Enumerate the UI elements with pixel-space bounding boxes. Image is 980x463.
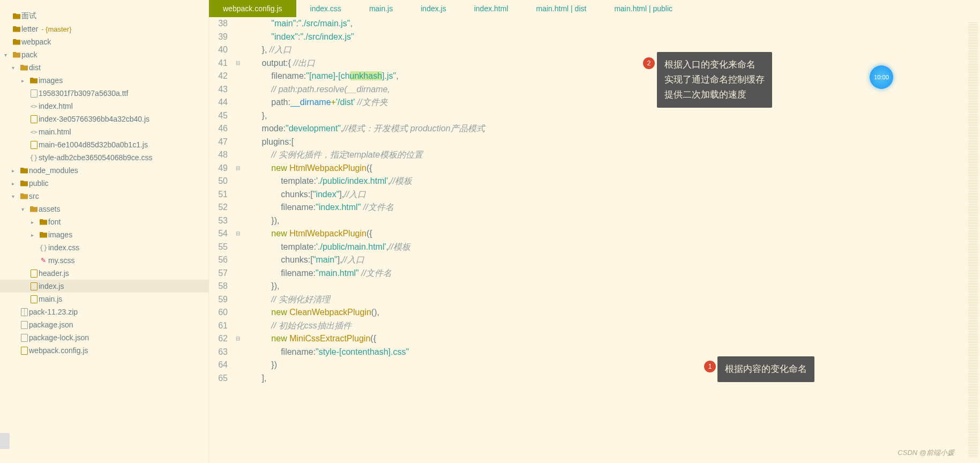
tree-item-label: webpack.config.js: [29, 346, 88, 355]
code-content[interactable]: "main":"./src/main.js", "index":"./src/i…: [243, 17, 980, 463]
file-icon: [29, 141, 39, 149]
file-icon: [19, 334, 29, 342]
annotation-badge-2: 2: [643, 57, 655, 69]
folder-icon: [39, 219, 48, 225]
file-explorer-sidebar[interactable]: 面试letter- {master}webpack▾pack▾dist▸imag…: [0, 0, 209, 463]
tree-item-label: main.js: [39, 295, 62, 303]
minimap[interactable]: [965, 17, 980, 463]
folder-icon: [29, 206, 39, 212]
tree-item-label: my.scss: [48, 256, 75, 265]
git-branch-label: - {master}: [41, 25, 71, 33]
tree-item[interactable]: index.html: [0, 100, 208, 113]
tree-item[interactable]: ▸font: [0, 215, 208, 228]
tree-item[interactable]: index-3e05766396bb4a32cb40.js: [0, 113, 208, 125]
tree-item-label: pack-11.23.zip: [29, 308, 78, 316]
file-icon: [19, 321, 29, 329]
file-icon: [29, 270, 39, 278]
file-icon: [29, 89, 39, 98]
tree-item-label: src: [29, 192, 39, 200]
tree-item[interactable]: 1958301f7b3097a5630a.ttf: [0, 87, 208, 100]
chevron-icon: ▸: [31, 232, 39, 238]
fold-gutter[interactable]: ⊟⊟⊟⊟: [233, 17, 243, 463]
folder-icon: [39, 232, 48, 238]
chevron-icon: ▸: [12, 181, 19, 186]
tree-item[interactable]: index.css: [0, 241, 208, 254]
editor-tab[interactable]: main.js: [355, 0, 407, 17]
tree-item-label: dist: [29, 63, 41, 72]
tree-item[interactable]: pack-11.23.zip: [0, 305, 208, 318]
tree-item[interactable]: ▾dist: [0, 61, 208, 74]
tree-item-label: package.json: [29, 320, 73, 329]
file-icon: [39, 244, 48, 252]
chevron-icon: ▸: [31, 219, 39, 225]
tree-item[interactable]: package.json: [0, 318, 208, 331]
folder-icon: [12, 39, 21, 45]
tree-item[interactable]: 面试: [0, 10, 208, 23]
editor-tab[interactable]: index.css: [296, 0, 355, 17]
tree-item-label: node_modules: [29, 166, 78, 175]
editor-tab[interactable]: index.js: [407, 0, 460, 17]
tree-item-label: header.js: [39, 269, 69, 278]
tree-item-label: style-adb2cbe365054068b9ce.css: [39, 153, 153, 162]
tree-item-label: index-3e05766396bb4a32cb40.js: [39, 115, 149, 123]
tree-item-label: package-lock.json: [29, 333, 89, 342]
folder-icon: [12, 26, 21, 32]
file-icon: [29, 115, 39, 123]
tree-item[interactable]: ▾src: [0, 190, 208, 203]
tree-item-label: public: [29, 179, 49, 188]
tree-item-label: font: [48, 218, 61, 226]
tree-item[interactable]: index.js: [0, 280, 208, 293]
folder-icon: [19, 168, 29, 174]
file-icon: [19, 347, 29, 355]
editor-tab[interactable]: main.html | public: [600, 0, 686, 17]
tree-item-label: pack: [21, 50, 38, 59]
annotation-badge-1: 1: [704, 361, 716, 372]
file-icon: [39, 257, 48, 264]
tree-item-label: main-6e1004d85d32b0a0b1c1.js: [39, 140, 148, 149]
chevron-icon: ▾: [12, 65, 19, 71]
tree-item[interactable]: package-lock.json: [0, 331, 208, 344]
tree-item-label: webpack: [21, 38, 51, 46]
annotation-tooltip-2: 根据入口的变化来命名 实现了通过命名控制缓存 提供二次加载的速度: [657, 52, 772, 108]
editor-tab[interactable]: main.html | dist: [522, 0, 601, 17]
file-icon: [29, 129, 39, 136]
tree-item-label: 1958301f7b3097a5630a.ttf: [39, 89, 128, 98]
file-icon: [29, 295, 39, 303]
chevron-icon: ▾: [4, 52, 12, 58]
tree-item[interactable]: ▸images: [0, 74, 208, 87]
folder-icon: [12, 13, 21, 19]
chevron-icon: ▾: [12, 193, 19, 199]
tree-item[interactable]: ▸node_modules: [0, 164, 208, 177]
tree-item[interactable]: main-6e1004d85d32b0a0b1c1.js: [0, 138, 208, 151]
tree-item[interactable]: my.scss: [0, 254, 208, 267]
tree-item-label: index.js: [39, 282, 64, 290]
folder-icon: [29, 78, 39, 84]
collapsed-panel-tab[interactable]: [0, 433, 10, 449]
editor-tab[interactable]: index.html: [460, 0, 522, 17]
tree-item-label: index.css: [48, 243, 79, 252]
tree-item[interactable]: ▾pack: [0, 48, 208, 61]
tree-item[interactable]: webpack: [0, 35, 208, 48]
tree-item[interactable]: ▾assets: [0, 203, 208, 215]
folder-icon: [19, 65, 29, 71]
tree-item-label: letter: [21, 25, 38, 33]
tree-item[interactable]: letter- {master}: [0, 23, 208, 35]
tree-item[interactable]: ▸images: [0, 228, 208, 241]
tree-item[interactable]: main.js: [0, 293, 208, 305]
line-number-gutter: 3839404142434445464748495051525354555657…: [209, 17, 233, 463]
tree-item-label: assets: [39, 205, 60, 213]
editor-tab[interactable]: webpack.config.js: [209, 0, 296, 17]
file-icon: [29, 154, 39, 162]
code-editor[interactable]: 3839404142434445464748495051525354555657…: [209, 17, 980, 463]
chevron-icon: ▸: [12, 168, 19, 174]
tree-item-label: images: [48, 230, 72, 239]
tree-item[interactable]: style-adb2cbe365054068b9ce.css: [0, 151, 208, 164]
tree-item[interactable]: ▸public: [0, 177, 208, 190]
tree-item[interactable]: main.html: [0, 125, 208, 138]
annotation-tooltip-1: 根据内容的变化命名: [717, 356, 814, 382]
tree-item[interactable]: header.js: [0, 267, 208, 280]
file-icon: [19, 308, 29, 316]
tree-item[interactable]: webpack.config.js: [0, 344, 208, 357]
folder-icon: [12, 52, 21, 58]
tree-item-label: images: [39, 76, 63, 85]
